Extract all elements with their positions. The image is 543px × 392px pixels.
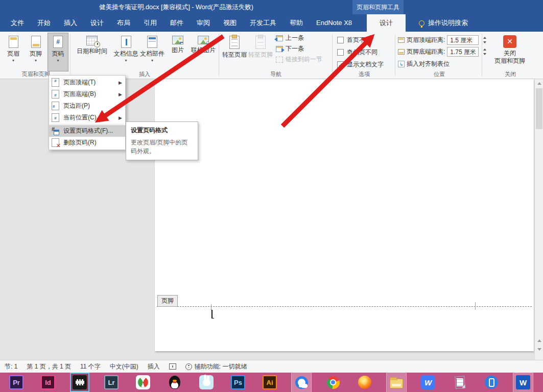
online-pictures-button[interactable]: 联机图片 [189, 33, 218, 71]
right-indent-mark [475, 302, 476, 310]
link-to-previous-icon [276, 57, 283, 63]
pictures-button[interactable]: 图片 [167, 33, 189, 71]
taskbar-adobe-premiere[interactable]: Pr [7, 373, 26, 392]
tab-insert[interactable]: 插入 [57, 14, 84, 32]
document-info-button[interactable]: 文档信息 ▾ [113, 33, 138, 71]
qq-browser-icon [295, 376, 308, 389]
header-button[interactable]: 页眉 ▾ [3, 33, 23, 71]
previous-page-button[interactable] [535, 337, 543, 345]
footer-button[interactable]: 页脚 ▾ [26, 33, 46, 71]
previous-button[interactable]: 上一条 [276, 34, 322, 42]
tab-mailings[interactable]: 邮件 [163, 14, 190, 32]
ribbon-tab-row: 文件 开始 插入 设计 布局 引用 邮件 审阅 视图 开发工具 帮助 EndNo… [0, 14, 543, 32]
tab-headerfooter-design[interactable]: 设计 [367, 14, 406, 32]
taskbar-pinwheel-app[interactable] [133, 373, 153, 392]
taskbar-adobe-photoshop[interactable]: Ps [228, 373, 248, 392]
tab-home[interactable]: 开始 [31, 14, 57, 32]
tab-help[interactable]: 帮助 [283, 14, 310, 32]
tab-developer[interactable]: 开发工具 [243, 14, 283, 32]
status-word-count[interactable]: 11 个字 [80, 362, 101, 371]
taskbar-phone[interactable] [482, 373, 501, 392]
status-insert-mode[interactable]: 插入 [148, 362, 160, 371]
status-accessibility[interactable]: 辅助功能: 一切就绪 [195, 362, 247, 371]
tab-references[interactable]: 引用 [137, 14, 163, 32]
checkbox-icon [337, 37, 344, 43]
different-odd-even-checkbox[interactable]: 奇偶页不同 [337, 48, 384, 57]
taskbar: Pr Id Lr Ps Ai W W [0, 373, 543, 392]
next-button[interactable]: 下一条 [276, 44, 322, 53]
lightroom-icon: Lr [104, 375, 119, 389]
chrome-icon [327, 376, 340, 389]
footer-distance-input[interactable]: 1.75 厘米 [447, 47, 479, 57]
taskbar-adobe-indesign[interactable]: Id [38, 373, 58, 392]
menu-item-current-position[interactable]: # 当前位置(C) ▶ [49, 112, 125, 124]
status-language[interactable]: 中文(中国) [110, 362, 138, 371]
tell-me-label: 操作说明搜索 [428, 18, 468, 28]
group-label-position: 位置 [397, 70, 482, 78]
submenu-arrow-icon: ▶ [119, 92, 122, 97]
status-bar: 节: 1 第 1 页，共 1 页 11 个字 中文(中国) 插入 辅助功能: 一… [0, 360, 543, 373]
taskbar-adobe-lightroom[interactable]: Lr [102, 373, 121, 392]
scrollbar-thumb[interactable] [536, 88, 542, 129]
current-position-icon: # [52, 113, 59, 122]
quick-parts-button[interactable]: 文档部件 ▾ [139, 33, 166, 71]
menu-item-format-page-numbers[interactable]: 设置页码格式(F)... [49, 125, 125, 137]
document-page[interactable]: 页脚 [155, 79, 534, 351]
different-first-page-checkbox[interactable]: 首页不同 [337, 36, 384, 44]
close-header-footer-button[interactable]: ✕ 关闭 页眉和页脚 [490, 33, 530, 71]
date-time-button[interactable]: 日期和时间 [71, 33, 113, 71]
taskbar-adobe-illustrator[interactable]: Ai [260, 373, 279, 392]
submenu-arrow-icon: ▶ [119, 115, 122, 120]
tab-endnote[interactable]: EndNote X8 [310, 14, 359, 32]
taskbar-chrome[interactable] [323, 373, 343, 392]
page-number-dropdown-menu: # 页面顶端(T) ▶ # 页面底端(B) ▶ # 页边距(P) ▶ # 当前位… [49, 75, 126, 150]
qq-penguin-icon [169, 376, 180, 389]
tab-file[interactable]: 文件 [4, 14, 31, 32]
window-title: 健美操专项证明.docx [兼容模式] - Word(产品激活失败) [0, 0, 352, 14]
footer-icon [31, 36, 41, 48]
taskbar-notepad[interactable] [450, 373, 469, 392]
tab-review[interactable]: 审阅 [190, 14, 217, 32]
header-distance-input[interactable]: 1.5 厘米 [447, 35, 479, 45]
vertical-scrollbar[interactable] [534, 79, 543, 360]
goto-header-button[interactable]: 转至页眉 [222, 33, 247, 71]
group-label-close: 关闭 [484, 70, 537, 78]
contextual-tool-header: 页眉和页脚工具 [352, 0, 404, 14]
page-number-button[interactable]: # 页码 ▾ [48, 33, 68, 71]
menu-separator [50, 124, 124, 125]
tab-layout[interactable]: 布局 [110, 14, 137, 32]
tell-me-search[interactable]: 操作说明搜索 [419, 14, 468, 32]
scroll-up-button[interactable] [535, 80, 543, 87]
next-page-button[interactable] [535, 346, 543, 353]
menu-item-bottom-of-page[interactable]: # 页面底端(B) ▶ [49, 88, 125, 100]
status-section[interactable]: 节: 1 [5, 362, 17, 371]
checkbox-checked-icon: ✓ [337, 61, 344, 68]
taskbar-video-player[interactable] [70, 373, 89, 392]
show-document-text-checkbox[interactable]: ✓ 显示文档文字 [337, 60, 384, 69]
macro-record-icon[interactable] [169, 363, 176, 370]
format-page-numbers-icon [52, 127, 59, 135]
taskbar-wps-office[interactable]: W [418, 373, 438, 392]
taskbar-rabbit-app[interactable] [197, 373, 216, 392]
taskbar-firefox[interactable] [355, 373, 374, 392]
tooltip-body: 更改页眉/页脚中的页码外观。 [131, 138, 193, 156]
taskbar-word[interactable]: W [513, 373, 533, 392]
dropdown-caret-icon: ▾ [57, 59, 59, 62]
menu-item-top-of-page[interactable]: # 页面顶端(T) ▶ [49, 77, 125, 88]
group-position: 页眉顶端距离: 1.5 厘米 页脚底端距离: 1.75 厘米 ↳ 插入对齐制表位… [397, 32, 482, 79]
tab-design[interactable]: 设计 [84, 14, 110, 32]
group-label-options: 选项 [334, 70, 394, 78]
notepad-icon [455, 376, 465, 388]
dropdown-caret-icon: ▾ [35, 59, 37, 62]
insert-alignment-tab-button[interactable]: ↳ 插入对齐制表位 [398, 60, 450, 68]
taskbar-file-explorer[interactable] [387, 373, 406, 392]
page-number-icon: # [53, 36, 63, 48]
accessibility-icon [185, 363, 192, 370]
taskbar-qq-browser[interactable] [292, 373, 311, 392]
status-page-count[interactable]: 第 1 页，共 1 页 [27, 362, 71, 371]
taskbar-qq[interactable] [165, 373, 184, 392]
rabbit-icon [199, 375, 214, 389]
tab-view[interactable]: 视图 [217, 14, 243, 32]
menu-item-remove-page-numbers[interactable]: ✕ 删除页码(R) [49, 137, 125, 149]
menu-item-page-margins[interactable]: # 页边距(P) ▶ [49, 100, 125, 112]
